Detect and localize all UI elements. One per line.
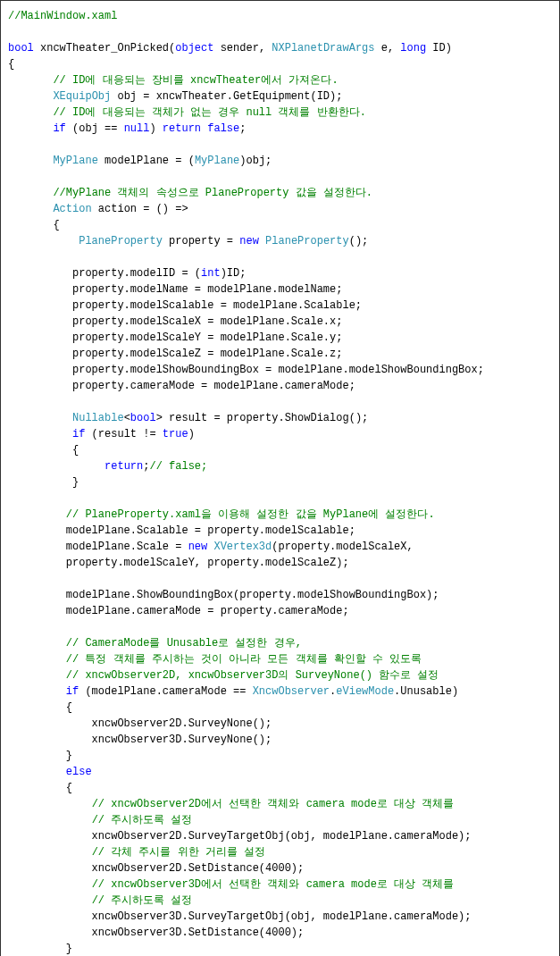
code-token: // ID에 대응되는 장비를 xncwTheater에서 가져온다. [53, 74, 338, 87]
code-line: property.modelScaleX = modelPlane.Scale.… [8, 314, 552, 330]
code-token: Nullable [72, 412, 124, 424]
code-line: // 각체 주시를 위한 거리를 설정 [8, 844, 552, 860]
code-line: MyPlane modelPlane = (MyPlane)obj; [8, 153, 552, 169]
code-line: modelPlane.Scale = new XVertex3d(propert… [8, 539, 552, 555]
code-line: xncwObserver3D.SurveyTargetObj(obj, mode… [8, 909, 552, 925]
code-line: property.modelName = modelPlane.modelNam… [8, 281, 552, 298]
code-token [8, 187, 53, 199]
code-line: // ID에 대응되는 장비를 xncwTheater에서 가져온다. [8, 72, 552, 88]
code-token: PlaneProperty [265, 235, 349, 247]
code-line [8, 169, 552, 185]
code-block: //MainWindow.xaml bool xncwTheater_OnPic… [8, 8, 552, 956]
code-token: // xncwObserver3D에서 선택한 객체와 camera mode로… [92, 878, 455, 891]
code-line: modelPlane.Scalable = property.modelScal… [8, 523, 552, 539]
code-line: xncwObserver2D.SurveyNone(); [8, 716, 552, 732]
code-line: return;// false; [8, 458, 552, 474]
code-token: XVertex3d [213, 541, 272, 553]
code-token: < [124, 412, 130, 424]
code-line: if (modelPlane.cameraMode == XncwObserve… [8, 683, 552, 700]
code-token: property.modelScalable = modelPlane.Scal… [8, 299, 362, 312]
code-token: // CameraMode를 Unusable로 설정한 경우, [66, 637, 302, 650]
code-line [8, 571, 552, 587]
code-token: return [104, 460, 143, 473]
code-token [8, 878, 92, 891]
code-line: modelPlane.ShowBoundingBox(property.mode… [8, 587, 552, 603]
code-line: xncwObserver3D.SurveyNone(); [8, 732, 552, 748]
code-token: MyPlane [195, 155, 239, 167]
code-line: } [8, 474, 552, 491]
code-token: int [201, 267, 221, 280]
code-token: xncwObserver2D.SurveyTargetObj(obj, mode… [8, 830, 471, 843]
code-token: property.cameraMode = modelPlane.cameraM… [8, 380, 355, 392]
code-token [8, 508, 66, 521]
code-token: } [8, 943, 72, 955]
code-token: (result != [85, 428, 162, 440]
code-line: Nullable<bool> result = property.ShowDia… [8, 410, 552, 426]
code-token: MyPlane [53, 155, 97, 167]
code-token: xncwObserver3D.SurveyTargetObj(obj, mode… [8, 910, 471, 923]
code-token: return false [163, 122, 239, 135]
code-token: // 각체 주시를 위한 거리를 설정 [92, 846, 265, 859]
code-line [8, 24, 552, 40]
code-token: // xncwObserver2D, xncwObserver3D의 Surve… [66, 669, 439, 682]
code-token: true [163, 428, 188, 440]
code-line: if (result != true) [8, 426, 552, 442]
code-line: bool xncwTheater_OnPicked(object sender,… [8, 40, 552, 56]
code-line: PlaneProperty property = new PlaneProper… [8, 233, 552, 249]
code-token: bool [8, 42, 34, 55]
code-token: eViewMode [336, 685, 394, 698]
code-token: xncwTheater_OnPicked( [34, 42, 175, 55]
code-token [8, 798, 92, 810]
code-token: property = [163, 235, 239, 247]
code-line: // xncwObserver3D에서 선택한 객체와 camera mode로… [8, 876, 552, 893]
code-line: property.modelScaleY = modelPlane.Scale.… [8, 330, 552, 346]
code-line: property.cameraMode = modelPlane.cameraM… [8, 378, 552, 394]
code-token: xncwObserver3D.SetDistance(4000); [8, 927, 304, 939]
code-token: modelPlane.cameraMode = property.cameraM… [8, 605, 349, 617]
code-token [8, 814, 92, 826]
code-token [8, 460, 104, 473]
code-token: action = () => [92, 203, 188, 215]
code-line: Action action = () => [8, 201, 552, 217]
code-token: //MainWindow.xaml [8, 10, 117, 22]
code-token: new [188, 541, 208, 553]
code-token [8, 122, 53, 135]
code-line [8, 137, 552, 153]
code-token: ) [149, 122, 162, 135]
code-line: } [8, 748, 552, 764]
code-line [8, 491, 552, 507]
code-line [8, 619, 552, 635]
code-token: xncwObserver2D.SetDistance(4000); [8, 862, 304, 875]
code-token [8, 894, 92, 907]
code-token: { [8, 58, 14, 71]
code-token: if [53, 122, 65, 135]
code-line: { [8, 700, 552, 716]
code-token: else [66, 766, 92, 778]
code-line: //MainWindow.xaml [8, 8, 552, 24]
code-token [8, 203, 53, 215]
code-token [8, 846, 92, 859]
code-line: //MyPlane 객체의 속성으로 PlaneProperty 값을 설정한다… [8, 185, 552, 201]
code-line: { [8, 442, 552, 458]
code-line: // ID에 대응되는 객체가 없는 경우 null 객체를 반환한다. [8, 105, 552, 121]
code-token: .Unusable) [394, 685, 458, 698]
code-token: ) [188, 428, 195, 440]
code-line [8, 394, 552, 410]
code-token: { [8, 782, 72, 794]
code-token: modelPlane = ( [98, 155, 195, 167]
code-token: PlaneProperty [79, 235, 163, 247]
code-line: if (obj == null) return false; [8, 121, 552, 137]
code-line: // 주시하도록 설정 [8, 893, 552, 909]
code-line: else [8, 764, 552, 780]
code-token: NXPlanetDrawArgs [272, 42, 374, 55]
code-token: modelPlane.ShowBoundingBox(property.mode… [8, 589, 439, 601]
code-token: property.modelID = ( [8, 267, 201, 280]
code-token: object [175, 42, 213, 55]
code-token: // false; [149, 460, 207, 473]
code-line: } [8, 941, 552, 956]
code-token: // 주시하도록 설정 [92, 814, 193, 826]
code-line: // PlaneProperty.xaml을 이용해 설정한 값을 MyPlan… [8, 507, 552, 523]
code-token: property.modelScaleY, property.modelScal… [8, 557, 349, 569]
code-token [8, 155, 53, 167]
code-token: obj = xncwTheater.GetEquipment(ID); [111, 90, 342, 103]
